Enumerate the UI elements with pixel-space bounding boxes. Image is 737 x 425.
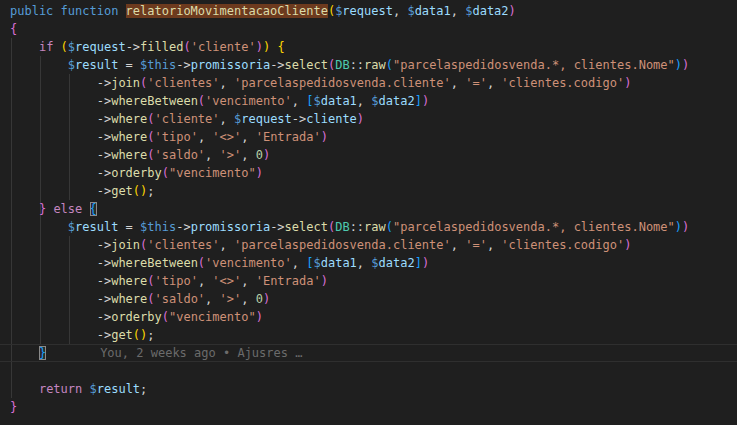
code-token: where (111, 148, 147, 162)
code-token: 'clientes' (147, 238, 219, 252)
code-token: '<>' (212, 274, 241, 288)
code-token: 'tipo' (155, 274, 198, 288)
code-line[interactable]: ->orderby("vencimento") (10, 164, 737, 182)
code-token: $ (313, 94, 320, 108)
function-name: relatorioMovimentacaoCliente (126, 4, 328, 18)
code-editor[interactable]: public function relatorioMovimentacaoCli… (0, 0, 737, 425)
code-token: ) (256, 166, 263, 180)
code-token: -> (10, 184, 111, 198)
code-token: -> (10, 94, 111, 108)
code-token: get (111, 328, 133, 342)
code-token: ) (675, 58, 682, 72)
code-token: request (241, 112, 292, 126)
code-token: 'Entrada' (256, 130, 321, 144)
code-token: join (111, 238, 140, 252)
code-line[interactable]: { (10, 20, 737, 38)
code-token: data2 (379, 256, 415, 270)
code-token: ( (133, 184, 140, 198)
code-line[interactable]: ->where('cliente', $request->cliente) (10, 110, 737, 128)
code-token: 'saldo' (155, 148, 206, 162)
code-token: result (75, 220, 118, 234)
code-token: = (118, 58, 140, 72)
code-token: DB (335, 220, 349, 234)
code-token: , (205, 148, 219, 162)
code-token: ) (675, 220, 682, 234)
code-token: :: (350, 58, 364, 72)
code-line[interactable]: } (10, 398, 737, 416)
code-token: ( (386, 58, 393, 72)
code-token: ] (415, 94, 422, 108)
code-token: -> (270, 220, 284, 234)
code-token (82, 382, 89, 396)
code-token: where (111, 274, 147, 288)
code-token: -> (176, 220, 190, 234)
code-token (53, 40, 60, 54)
code-token: , (241, 148, 255, 162)
code-line[interactable] (10, 362, 737, 380)
code-token: 'clientes' (147, 76, 219, 90)
code-line[interactable]: ->where('saldo', '>', 0) (10, 146, 737, 164)
code-line[interactable]: $result = $this->promissoria->select(DB:… (10, 56, 737, 74)
code-token: else (53, 202, 82, 216)
code-token: "vencimento" (169, 310, 256, 324)
code-token: ) (422, 256, 429, 270)
code-token: } (39, 346, 46, 360)
code-line[interactable]: public function relatorioMovimentacaoCli… (10, 2, 737, 20)
code-line[interactable]: ->whereBetween('vencimento', [$data1, $d… (10, 254, 737, 272)
code-token: -> (10, 328, 111, 342)
code-line-current[interactable]: }You, 2 weeks ago • Ajusres … (0, 344, 737, 362)
code-token: where (111, 112, 147, 126)
code-token: 'cliente' (191, 40, 256, 54)
code-lines[interactable]: public function relatorioMovimentacaoCli… (0, 0, 737, 425)
code-line[interactable]: ->get(); (10, 182, 737, 200)
code-token: 'parcelaspedidosvenda.cliente' (234, 76, 451, 90)
code-token: '>' (220, 148, 242, 162)
code-token: raw (364, 58, 386, 72)
code-token: } (10, 400, 17, 414)
code-line[interactable]: ->where('tipo', '<>', 'Entrada') (10, 272, 737, 290)
code-token: select (285, 58, 328, 72)
code-line[interactable]: ->where('tipo', '<>', 'Entrada') (10, 128, 737, 146)
code-token: , (220, 76, 234, 90)
code-line[interactable]: } else { (10, 200, 737, 218)
code-token: ) (263, 148, 270, 162)
code-token: 'Entrada' (256, 274, 321, 288)
code-token: join (111, 76, 140, 90)
code-token: -> (10, 148, 111, 162)
code-token: 0 (256, 292, 263, 306)
code-token: ( (162, 310, 169, 324)
code-token: raw (364, 220, 386, 234)
code-line[interactable]: $result = $this->promissoria->select(DB:… (10, 218, 737, 236)
code-token: ( (147, 130, 154, 144)
code-token: ) (263, 292, 270, 306)
code-line[interactable]: ->get(); (10, 326, 737, 344)
code-line[interactable]: ->join('clientes', 'parcelaspedidosvenda… (10, 74, 737, 92)
code-token: data1 (321, 94, 357, 108)
code-token: -> (270, 58, 284, 72)
code-token: $ (371, 256, 378, 270)
code-token: ( (198, 256, 205, 270)
code-token: -> (10, 310, 111, 324)
code-token: ; (140, 382, 147, 396)
code-token: , (205, 292, 219, 306)
code-token: result (75, 58, 118, 72)
code-line[interactable]: ->whereBetween('vencimento', [$data1, $d… (10, 92, 737, 110)
code-token: ( (147, 292, 154, 306)
code-line[interactable]: ->where('saldo', '>', 0) (10, 290, 737, 308)
code-token: ; (147, 184, 154, 198)
code-token: request (75, 40, 126, 54)
code-token: 'clientes.codigo' (501, 238, 624, 252)
code-line[interactable]: ->join('clientes', 'parcelaspedidosvenda… (10, 236, 737, 254)
code-line[interactable]: ->orderby("vencimento") (10, 308, 737, 326)
code-token: , (451, 76, 465, 90)
code-token: { (90, 202, 97, 216)
code-token: , (487, 76, 501, 90)
code-line[interactable]: return $result; (10, 380, 737, 398)
code-token: 'tipo' (155, 130, 198, 144)
code-token: $ (68, 58, 75, 72)
code-token: ) (321, 274, 328, 288)
code-token: whereBetween (111, 94, 198, 108)
code-token: ) (321, 130, 328, 144)
code-token: , (357, 94, 371, 108)
code-line[interactable]: if ($request->filled('cliente')) { (10, 38, 737, 56)
